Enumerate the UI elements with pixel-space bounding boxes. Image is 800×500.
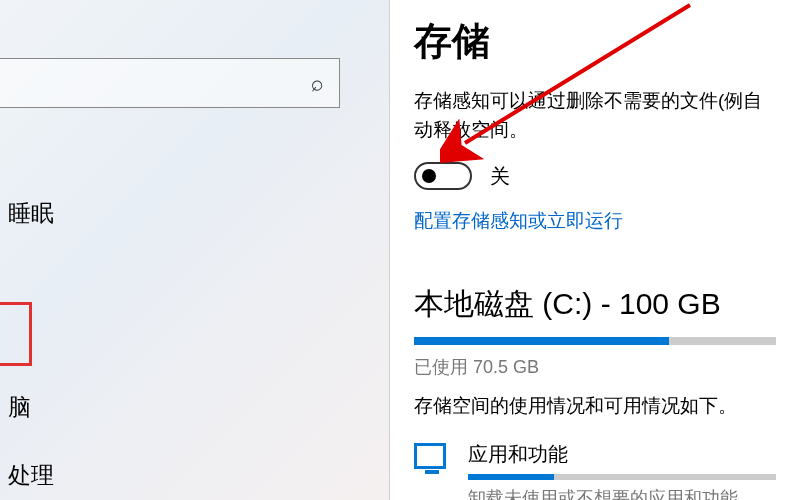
storage-sense-toggle-row: 关 <box>414 162 776 190</box>
apps-features-row[interactable]: 应用和功能 卸载未使用或不想要的应用和功能 <box>414 441 776 500</box>
toggle-knob <box>422 169 436 183</box>
storage-sense-toggle[interactable] <box>414 162 472 190</box>
configure-storage-sense-link[interactable]: 配置存储感知或立即运行 <box>414 208 623 234</box>
monitor-icon <box>414 443 446 469</box>
apps-subtitle: 卸载未使用或不想要的应用和功能 <box>468 486 776 500</box>
storage-sense-description: 存储感知可以通过删除不需要的文件(例自动释放空间。 <box>414 87 776 144</box>
sidebar-item-pc[interactable]: 脑 <box>0 382 49 433</box>
apps-usage-bar <box>468 474 776 480</box>
page-title: 存储 <box>414 16 776 67</box>
disk-usage-fill <box>414 337 669 345</box>
disk-usage-bar <box>414 337 776 345</box>
sidebar-item-processing[interactable]: 处理 <box>0 450 72 500</box>
apps-title: 应用和功能 <box>468 441 776 468</box>
toggle-state-label: 关 <box>490 163 510 190</box>
sidebar-item-sleep[interactable]: 睡眠 <box>0 188 72 239</box>
search-icon: ⌕ <box>309 69 324 96</box>
settings-sidebar: ⌕ 睡眠 脑 处理 <box>0 0 390 500</box>
usage-description: 存储空间的使用情况和可用情况如下。 <box>414 393 776 419</box>
sidebar-highlight-box <box>0 302 32 366</box>
apps-usage-fill <box>468 474 554 480</box>
main-content: 存储 存储感知可以通过删除不需要的文件(例自动释放空间。 关 配置存储感知或立即… <box>390 0 800 500</box>
apps-content: 应用和功能 卸载未使用或不想要的应用和功能 <box>468 441 776 500</box>
disk-title: 本地磁盘 (C:) - 100 GB <box>414 284 776 325</box>
disk-used-text: 已使用 70.5 GB <box>414 355 776 379</box>
search-input[interactable]: ⌕ <box>0 58 340 108</box>
